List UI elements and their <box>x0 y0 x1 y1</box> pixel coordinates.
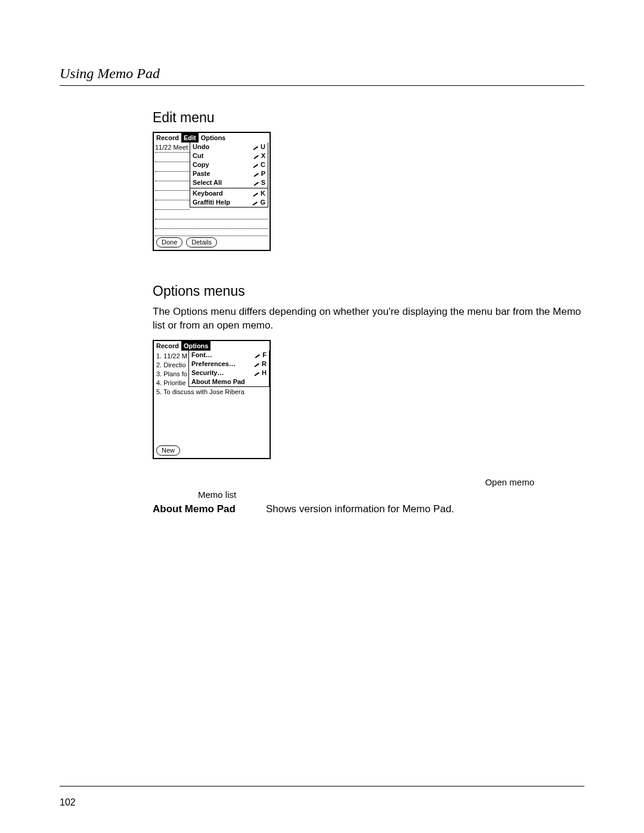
menu-item-about[interactable]: About Memo Pad <box>189 377 269 386</box>
menu-item-paste[interactable]: Paste P <box>190 169 268 178</box>
menu-item-label: About Memo Pad <box>191 377 245 386</box>
dotted-line <box>155 236 268 236</box>
dotted-stub <box>155 162 190 162</box>
menu-item-copy[interactable]: Copy C <box>190 160 268 169</box>
menu-item-prefs[interactable]: Preferences… R <box>189 360 269 368</box>
shortcut: X <box>250 151 265 160</box>
button-row: Done Details <box>156 237 217 247</box>
definition-desc: Shows version information for Memo Pad. <box>266 503 454 515</box>
dotted-stub <box>155 181 190 181</box>
menu-item-label: Font… <box>191 351 212 360</box>
dotted-stub <box>155 200 190 200</box>
shortcut: H <box>251 368 267 377</box>
menu-options[interactable]: Options <box>199 133 228 143</box>
menu-item-security[interactable]: Security… H <box>189 368 269 377</box>
menu-item-graffiti[interactable]: Graffiti Help G <box>190 198 268 207</box>
shortcut: F <box>252 351 267 360</box>
menubar: Record Options <box>154 341 270 351</box>
menu-item-cut[interactable]: Cut X <box>190 151 268 160</box>
shortcut: P <box>250 169 265 178</box>
edit-menu-heading: Edit menu <box>153 110 584 126</box>
shortcut: C <box>250 160 265 169</box>
menu-item-label: Preferences… <box>191 360 236 368</box>
shortcut: R <box>251 360 267 368</box>
menu-item-label: Undo <box>193 143 209 151</box>
options-body-text: The Options menu differs depending on wh… <box>153 305 584 333</box>
new-button[interactable]: New <box>156 445 180 456</box>
palm-screenshot-options: Record Options 1. 11/22 M 2. Directio 3.… <box>153 340 271 459</box>
menu-item-font[interactable]: Font… F <box>189 351 269 360</box>
running-head: Using Memo Pad <box>60 66 584 82</box>
footer-rule <box>60 786 584 786</box>
definition-term: About Memo Pad <box>153 503 266 515</box>
page-number: 102 <box>60 797 76 808</box>
definition-row: About Memo Pad Shows version information… <box>153 503 584 515</box>
menu-item-label: Paste <box>193 169 210 178</box>
menu-record[interactable]: Record <box>154 341 181 351</box>
menu-item-label: Cut <box>193 151 203 160</box>
dotted-line <box>155 219 268 219</box>
menu-options[interactable]: Options <box>181 341 211 351</box>
done-button[interactable]: Done <box>156 237 182 247</box>
palm-screenshot-edit: Record Edit Options 11/22 Meet Undo U <box>153 132 271 251</box>
menu-item-label: Copy <box>193 160 209 169</box>
menu-record[interactable]: Record <box>154 133 181 143</box>
menu-item-label: Graffiti Help <box>193 198 230 207</box>
details-button[interactable]: Details <box>186 237 217 247</box>
menu-separator <box>190 188 268 188</box>
dotted-stub <box>155 152 190 153</box>
menu-item-selectall[interactable]: Select All S <box>190 178 268 187</box>
dotted-stub <box>155 209 190 210</box>
caption-open-memo: Open memo <box>485 477 534 487</box>
header-rule <box>60 85 584 86</box>
menu-item-label: Select All <box>193 178 222 187</box>
menu-item-undo[interactable]: Undo U <box>190 143 268 151</box>
list-item[interactable]: 5. To discuss with Jose Ribera <box>156 388 244 397</box>
dotted-stub <box>155 171 190 172</box>
menu-item-keyboard[interactable]: Keyboard K <box>190 189 268 198</box>
dotted-stub <box>155 190 190 191</box>
button-row: New <box>156 445 180 456</box>
menu-item-label: Keyboard <box>193 189 223 198</box>
caption-memo-list: Memo list <box>198 490 236 500</box>
options-menus-heading: Options menus <box>153 283 584 299</box>
menu-edit[interactable]: Edit <box>181 133 199 143</box>
options-dropdown: Font… F Preferences… R Security… H About… <box>188 351 270 387</box>
shortcut: U <box>250 143 265 151</box>
menu-item-label: Security… <box>191 368 224 377</box>
dotted-line <box>155 228 268 229</box>
shortcut: G <box>249 198 265 207</box>
shortcut: S <box>250 178 265 187</box>
menubar: Record Edit Options <box>154 133 270 143</box>
shortcut: K <box>250 189 265 198</box>
memo-line-1: 11/22 Meet <box>155 144 188 151</box>
edit-dropdown: Undo U Cut X Copy C Paste P Select All <box>190 143 268 208</box>
